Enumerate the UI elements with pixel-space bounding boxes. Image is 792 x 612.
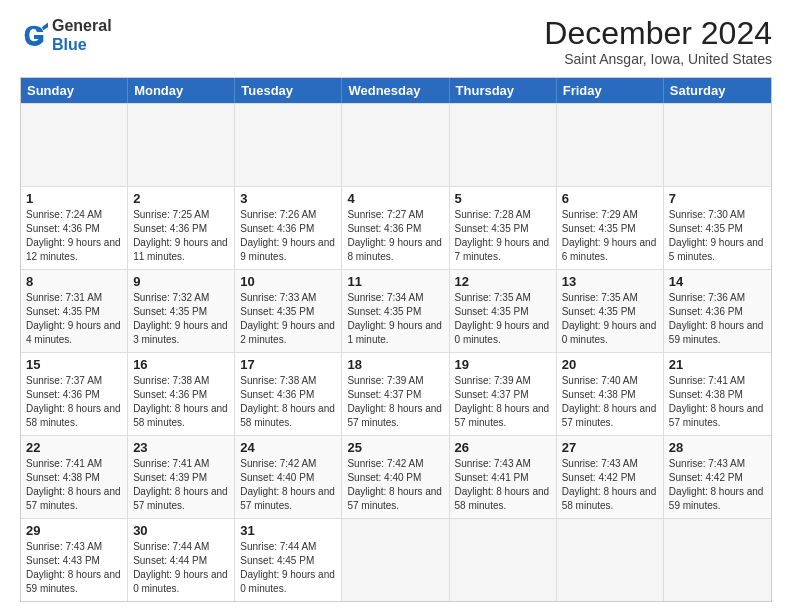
calendar: Sunday Monday Tuesday Wednesday Thursday… [20, 77, 772, 602]
cell-dec17: 17 Sunrise: 7:38 AMSunset: 4:36 PMDaylig… [235, 353, 342, 435]
main-title: December 2024 [544, 16, 772, 51]
cell-dec15: 15 Sunrise: 7:37 AMSunset: 4:36 PMDaylig… [21, 353, 128, 435]
cell-dec14: 14 Sunrise: 7:36 AMSunset: 4:36 PMDaylig… [664, 270, 771, 352]
logo-icon [20, 21, 48, 49]
cell-dec6: 6 Sunrise: 7:29 AMSunset: 4:35 PMDayligh… [557, 187, 664, 269]
col-wednesday: Wednesday [342, 78, 449, 103]
cell-empty [450, 519, 557, 601]
logo: General Blue [20, 16, 112, 54]
col-monday: Monday [128, 78, 235, 103]
cell-dec1: 1 Sunrise: 7:24 AMSunset: 4:36 PMDayligh… [21, 187, 128, 269]
cell-empty [557, 519, 664, 601]
cell-dec20: 20 Sunrise: 7:40 AMSunset: 4:38 PMDaylig… [557, 353, 664, 435]
cell-empty [342, 104, 449, 186]
week-6: 29 Sunrise: 7:43 AMSunset: 4:43 PMDaylig… [21, 518, 771, 601]
col-sunday: Sunday [21, 78, 128, 103]
cell-dec2: 2 Sunrise: 7:25 AMSunset: 4:36 PMDayligh… [128, 187, 235, 269]
logo-text: General Blue [52, 16, 112, 54]
week-5: 22 Sunrise: 7:41 AMSunset: 4:38 PMDaylig… [21, 435, 771, 518]
week-2: 1 Sunrise: 7:24 AMSunset: 4:36 PMDayligh… [21, 186, 771, 269]
week-4: 15 Sunrise: 7:37 AMSunset: 4:36 PMDaylig… [21, 352, 771, 435]
cell-dec24: 24 Sunrise: 7:42 AMSunset: 4:40 PMDaylig… [235, 436, 342, 518]
cell-dec5: 5 Sunrise: 7:28 AMSunset: 4:35 PMDayligh… [450, 187, 557, 269]
week-3: 8 Sunrise: 7:31 AMSunset: 4:35 PMDayligh… [21, 269, 771, 352]
logo-general: General [52, 17, 112, 34]
cell-dec4: 4 Sunrise: 7:27 AMSunset: 4:36 PMDayligh… [342, 187, 449, 269]
cell-dec28: 28 Sunrise: 7:43 AMSunset: 4:42 PMDaylig… [664, 436, 771, 518]
calendar-header: Sunday Monday Tuesday Wednesday Thursday… [21, 78, 771, 103]
col-saturday: Saturday [664, 78, 771, 103]
cell-dec25: 25 Sunrise: 7:42 AMSunset: 4:40 PMDaylig… [342, 436, 449, 518]
cell-empty [128, 104, 235, 186]
cell-empty [21, 104, 128, 186]
cell-dec8: 8 Sunrise: 7:31 AMSunset: 4:35 PMDayligh… [21, 270, 128, 352]
cell-dec23: 23 Sunrise: 7:41 AMSunset: 4:39 PMDaylig… [128, 436, 235, 518]
cell-empty [664, 519, 771, 601]
col-thursday: Thursday [450, 78, 557, 103]
page-header: General Blue December 2024 Saint Ansgar,… [20, 16, 772, 67]
cell-dec16: 16 Sunrise: 7:38 AMSunset: 4:36 PMDaylig… [128, 353, 235, 435]
col-tuesday: Tuesday [235, 78, 342, 103]
cell-dec21: 21 Sunrise: 7:41 AMSunset: 4:38 PMDaylig… [664, 353, 771, 435]
cell-empty [342, 519, 449, 601]
cell-dec29: 29 Sunrise: 7:43 AMSunset: 4:43 PMDaylig… [21, 519, 128, 601]
title-section: December 2024 Saint Ansgar, Iowa, United… [544, 16, 772, 67]
cell-dec11: 11 Sunrise: 7:34 AMSunset: 4:35 PMDaylig… [342, 270, 449, 352]
cell-dec3: 3 Sunrise: 7:26 AMSunset: 4:36 PMDayligh… [235, 187, 342, 269]
cell-dec7: 7 Sunrise: 7:30 AMSunset: 4:35 PMDayligh… [664, 187, 771, 269]
subtitle: Saint Ansgar, Iowa, United States [544, 51, 772, 67]
cell-dec18: 18 Sunrise: 7:39 AMSunset: 4:37 PMDaylig… [342, 353, 449, 435]
cell-dec12: 12 Sunrise: 7:35 AMSunset: 4:35 PMDaylig… [450, 270, 557, 352]
calendar-body: 1 Sunrise: 7:24 AMSunset: 4:36 PMDayligh… [21, 103, 771, 601]
cell-dec27: 27 Sunrise: 7:43 AMSunset: 4:42 PMDaylig… [557, 436, 664, 518]
cell-dec19: 19 Sunrise: 7:39 AMSunset: 4:37 PMDaylig… [450, 353, 557, 435]
cell-dec9: 9 Sunrise: 7:32 AMSunset: 4:35 PMDayligh… [128, 270, 235, 352]
cell-empty [557, 104, 664, 186]
cell-dec31: 31 Sunrise: 7:44 AMSunset: 4:45 PMDaylig… [235, 519, 342, 601]
cell-empty [450, 104, 557, 186]
logo-blue: Blue [52, 36, 87, 53]
cell-empty [664, 104, 771, 186]
cell-dec26: 26 Sunrise: 7:43 AMSunset: 4:41 PMDaylig… [450, 436, 557, 518]
cell-dec30: 30 Sunrise: 7:44 AMSunset: 4:44 PMDaylig… [128, 519, 235, 601]
cell-empty [235, 104, 342, 186]
cell-dec22: 22 Sunrise: 7:41 AMSunset: 4:38 PMDaylig… [21, 436, 128, 518]
col-friday: Friday [557, 78, 664, 103]
cell-dec13: 13 Sunrise: 7:35 AMSunset: 4:35 PMDaylig… [557, 270, 664, 352]
cell-dec10: 10 Sunrise: 7:33 AMSunset: 4:35 PMDaylig… [235, 270, 342, 352]
week-1 [21, 103, 771, 186]
